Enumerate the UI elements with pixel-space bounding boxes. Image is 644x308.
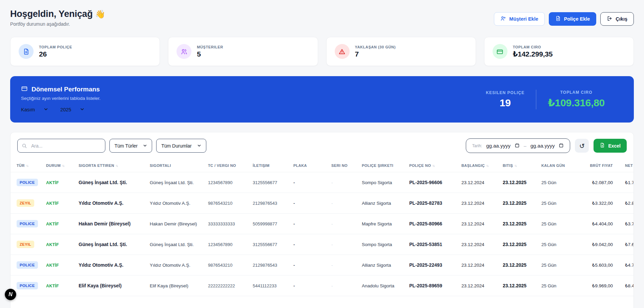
cell-sigortali: Hakan Demir (Bireysel) [146,214,205,234]
cell-sigortali: Elif Kaya (Bireysel) [146,276,205,296]
cell-policeno: PL-2025-22493 [406,255,458,276]
cell-bitis: 23.12.2025 [499,214,538,234]
stat-value: ₺142.299,35 [513,50,553,58]
table-row[interactable]: POLICEAKTİFElif Kaya (Bireysel)Elif Kaya… [11,276,633,296]
date-to-value: gg.aa.yyyy [531,143,555,149]
sort-icon: ↑↓ [26,164,28,168]
performance-metric: KESILEN POLIÇE19 [474,90,536,109]
cell-seri: - [328,193,358,214]
cell-durum: AKTİF [43,193,75,214]
cell-baslangic: 23.12.2024 [458,255,499,276]
chevron-down-icon [80,107,84,112]
sort-icon: ↑↓ [432,164,434,168]
column-header-policeno[interactable]: POLIÇE NO↑↓ [406,158,458,172]
export-excel-button[interactable]: Excel [594,139,627,153]
column-header-ettiren[interactable]: SIGORTA ETTIREN↑↓ [75,158,146,172]
document-icon [555,16,561,22]
cell-net: ₺1.7 [616,172,633,193]
cell-iletisim: 5059998877 [249,214,290,234]
nextjs-dev-badge[interactable]: N [5,289,16,300]
date-from-value: gg.aa.yyyy [486,143,511,149]
card-icon [493,44,507,59]
year-select[interactable]: 2025 [60,107,84,112]
cell-bitis: 23.12.2025 [499,276,538,296]
date-to-input[interactable]: gg.aa.yyyy [531,143,564,149]
calendar-icon[interactable] [559,143,564,149]
type-badge: ZEYIL [17,241,34,248]
reset-filters-button[interactable]: ↺ [575,139,589,153]
status-filter-select[interactable]: Tüm Durumlar [156,139,206,153]
column-header-brut: BRÜT FIYAT [575,158,616,172]
cell-iletisim: 3125556677 [249,172,290,193]
stat-cards-row: TOPLAM POLIÇE26MÜŞTERILER5YAKLAŞAN (30 G… [10,37,634,66]
stat-card: YAKLAŞAN (30 GÜN)7 [326,37,476,66]
cell-baslangic: 23.12.2024 [458,172,499,193]
table-row[interactable]: POLICEAKTİFGüneş İnşaat Ltd. Şti.Güneş İ… [11,172,633,193]
table-row[interactable]: POLICEAKTİFYıldız Otomotiv A.Ş.Yıldız Ot… [11,255,633,276]
stat-card: MÜŞTERILER5 [168,37,318,66]
month-select-value: Kasım [21,107,35,112]
cell-sirket: Sompo Sigorta [358,234,406,255]
excel-label: Excel [608,143,621,149]
cell-sirket: Mapfre Sigorta [358,214,406,234]
sort-icon: ↑↓ [62,164,64,168]
cell-brut: ₺5.603,00 [575,255,616,276]
column-header-bitis[interactable]: BITIŞ↑↓ [499,158,538,172]
chevron-down-icon [197,143,201,149]
date-from-input[interactable]: gg.aa.yyyy [486,143,520,149]
metric-value: ₺109.316,80 [548,97,605,109]
cell-tur: POLICE [11,172,43,193]
add-customer-button[interactable]: Müşteri Ekle [494,12,544,26]
cell-durum: AKTİF [43,276,75,296]
warning-icon [335,44,350,59]
logout-button[interactable]: Çıkış [600,12,634,26]
table-row[interactable]: ZEYILAKTİFYıldız Otomotiv A.Ş.Yıldız Oto… [11,193,633,214]
cell-policeno: PL-2025-53851 [406,234,458,255]
search-input[interactable] [17,139,105,153]
users-icon [176,44,191,59]
stat-card: TOPLAM CIRO₺142.299,35 [484,37,634,66]
cell-seri: - [328,214,358,234]
cell-policeno: PL-2025-82783 [406,193,458,214]
page-title: Hoşgeldin, Yeniçağ 👋 [10,9,105,19]
search-wrap [17,139,105,153]
year-select-value: 2025 [60,107,71,112]
cell-durum: AKTİF [43,234,75,255]
calendar-icon[interactable] [515,143,520,149]
stat-card: TOPLAM POLIÇE26 [10,37,160,66]
cell-brut: ₺9.042,00 [575,234,616,255]
stat-value: 26 [39,50,72,58]
cell-kalan: 25 Gün [538,193,575,214]
column-header-baslangic[interactable]: BAŞLANGIÇ↑↓ [458,158,499,172]
status-badge: AKTİF [46,201,59,206]
wave-emoji: 👋 [95,9,105,19]
month-select[interactable]: Kasım [21,107,48,112]
type-filter-select[interactable]: Tüm Türler [109,139,152,153]
column-label: POLIÇE NO [409,163,431,168]
top-bar: Hoşgeldin, Yeniçağ 👋 Portföy durumun aşa… [10,9,634,27]
type-badge: POLICE [17,179,38,186]
cell-tc: 9876543210 [205,255,249,276]
file-icon [19,44,34,59]
cell-bitis: 23.12.2025 [499,193,538,214]
card-outline-icon [21,85,28,93]
stat-label: TOPLAM CIRO [513,45,553,49]
column-header-tur[interactable]: TÜR↑↓ [11,158,43,172]
column-header-plaka: PLAKA [290,158,328,172]
add-policy-label: Poliçe Ekle [564,16,590,22]
cell-durum: AKTİF [43,255,75,276]
table-row[interactable]: ZEYILAKTİFGüneş İnşaat Ltd. Şti.Güneş İn… [11,234,633,255]
cell-tc: 22222222222 [205,276,249,296]
status-badge: AKTİF [46,263,59,268]
column-header-durum[interactable]: DURUM↑↓ [43,158,75,172]
cell-tur: POLICE [11,255,43,276]
column-header-seri: SERI NO [328,158,358,172]
welcome-block: Hoşgeldin, Yeniçağ 👋 Portföy durumun aşa… [10,9,105,27]
add-policy-button[interactable]: Poliçe Ekle [549,12,597,26]
cell-bitis: 23.12.2025 [499,172,538,193]
table-row[interactable]: POLICEAKTİFHakan Demir (Bireysel)Hakan D… [11,214,633,234]
cell-policeno: PL-2025-89659 [406,276,458,296]
cell-sirket: Anadolu Sigorta [358,276,406,296]
performance-metric: TOPLAM CIRO₺109.316,80 [536,90,616,109]
cell-policeno: PL-2025-80966 [406,214,458,234]
